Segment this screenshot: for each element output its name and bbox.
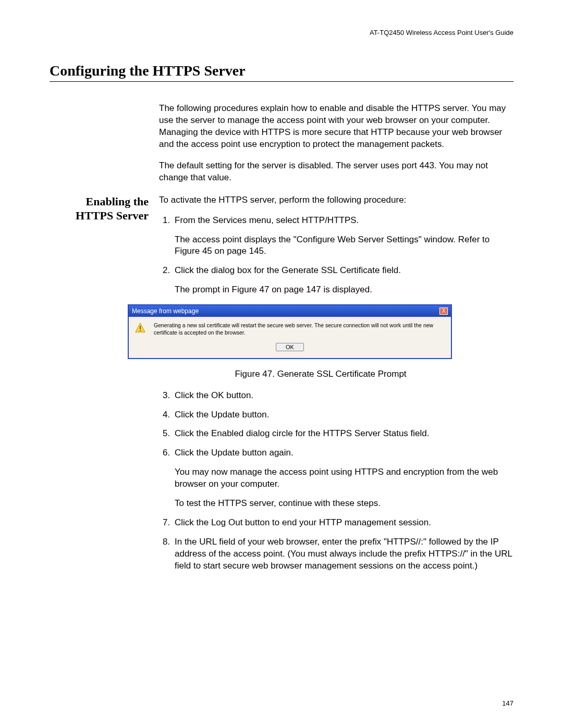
step-3: Click the OK button. <box>173 390 513 402</box>
step-3-text: Click the OK button. <box>175 390 253 400</box>
step-1-note: The access point displays the "Configure… <box>175 234 513 258</box>
close-icon[interactable]: X <box>439 307 448 315</box>
svg-rect-2 <box>140 330 141 331</box>
step-5: Click the Enabled dialog circle for the … <box>173 428 513 440</box>
step-1: From the Services menu, select HTTP/HTTP… <box>173 215 513 258</box>
intro-block: The following procedures explain how to … <box>159 103 513 184</box>
step-2: Click the dialog box for the Generate SS… <box>173 265 513 296</box>
procedure-list: From the Services menu, select HTTP/HTTP… <box>159 215 513 297</box>
intro-paragraph-2: The default setting for the server is di… <box>159 160 513 184</box>
section-lead: To activate the HTTPS server, perform th… <box>159 194 513 206</box>
step-6-note: You may now manage the access point usin… <box>175 466 513 490</box>
step-7-text: Click the Log Out button to end your HTT… <box>175 517 431 527</box>
step-4: Click the Update button. <box>173 409 513 421</box>
step-8-text: In the URL field of your web browser, en… <box>175 537 512 571</box>
step-8: In the URL field of your web browser, en… <box>173 536 513 572</box>
dialog-titlebar: Message from webpage X <box>129 305 451 317</box>
step-2-note: The prompt in Figure 47 on page 147 is d… <box>175 284 513 296</box>
dialog-box: Message from webpage X Generating a new … <box>128 304 452 359</box>
dialog-message: Generating a new ssl certificate will re… <box>154 322 446 336</box>
page-number: 147 <box>502 699 513 707</box>
dialog-button-row: OK <box>129 339 451 358</box>
header-guide-title: AT-TQ2450 Wireless Access Point User's G… <box>370 29 513 36</box>
section-body: To activate the HTTPS server, perform th… <box>159 194 513 581</box>
figure-caption: Figure 47. Generate SSL Certificate Prom… <box>128 368 513 380</box>
step-6: Click the Update button again. You may n… <box>173 447 513 510</box>
dialog-title-text: Message from webpage <box>132 307 199 315</box>
intro-paragraph-1: The following procedures explain how to … <box>159 103 513 151</box>
step-5-text: Click the Enabled dialog circle for the … <box>175 428 430 438</box>
side-heading-line-1: Enabling the <box>86 195 149 208</box>
document-page: AT-TQ2450 Wireless Access Point User's G… <box>0 0 563 728</box>
step-4-text: Click the Update button. <box>175 410 269 419</box>
page-title: Configuring the HTTPS Server <box>50 63 513 82</box>
figure-47: Message from webpage X Generating a new … <box>128 304 513 380</box>
procedure-list-continued: Click the OK button. Click the Update bu… <box>159 390 513 572</box>
section-enabling-https: Enabling the HTTPS Server To activate th… <box>50 194 513 581</box>
step-1-text: From the Services menu, select HTTP/HTTP… <box>175 215 359 225</box>
step-6-test-note: To test the HTTPS server, continue with … <box>175 498 513 510</box>
ok-button[interactable]: OK <box>276 343 304 351</box>
svg-rect-1 <box>140 326 141 329</box>
side-heading-enabling-https: Enabling the HTTPS Server <box>50 194 159 581</box>
step-2-text: Click the dialog box for the Generate SS… <box>175 265 401 275</box>
step-7: Click the Log Out button to end your HTT… <box>173 517 513 529</box>
dialog-body: Generating a new ssl certificate will re… <box>129 317 451 338</box>
step-6-text: Click the Update button again. <box>175 448 293 458</box>
side-heading-line-2: HTTPS Server <box>76 209 149 222</box>
warning-icon <box>134 322 146 334</box>
